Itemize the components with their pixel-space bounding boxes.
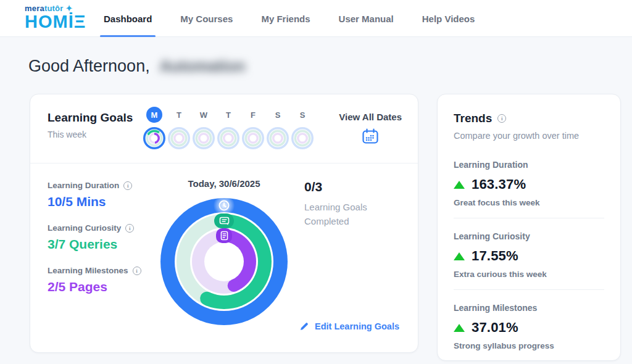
trend-learning-curiosity: Learning Curiosity 17.55% Extra curious … (454, 226, 604, 279)
stat-learning-curiosity: Learning Curiosity 3/7 Queries (48, 223, 165, 252)
goals-completed-summary: 0/3 Learning Goals Completed (304, 180, 397, 229)
stat-label: Learning Curiosity (48, 223, 121, 233)
trend-caption: Extra curious this week (454, 270, 604, 279)
info-icon[interactable] (133, 267, 141, 275)
trend-value: 17.55% (472, 248, 518, 264)
day-saturday[interactable]: S (266, 107, 289, 149)
stat-value: 10/5 Mins (48, 194, 165, 209)
week-day-selector: M T W T F S S (143, 107, 314, 149)
trends-title: Trends (454, 112, 492, 125)
day-progress-ring (143, 127, 165, 149)
today-date-label: Today, 30/6/2025 (159, 178, 289, 189)
learning-goals-card: Learning Goals This week M T W T F (30, 94, 418, 353)
goals-completed-value: 0/3 (304, 180, 397, 194)
tab-my-friends[interactable]: My Friends (261, 0, 310, 37)
info-icon[interactable] (125, 224, 134, 233)
goals-completed-caption: Learning Goals Completed (304, 200, 381, 229)
clock-icon (214, 195, 235, 216)
day-sunday[interactable]: S (291, 107, 314, 149)
progress-rings (160, 198, 288, 325)
trend-value-row: 163.37% (454, 176, 604, 192)
trends-title-row: Trends (454, 112, 604, 125)
stat-label-row: Learning Duration (48, 181, 165, 190)
stat-label-row: Learning Curiosity (48, 223, 165, 233)
edit-learning-goals-link[interactable]: Edit Learning Goals (299, 321, 399, 331)
stat-value: 2/5 Pages (48, 279, 165, 294)
goal-stats-list: Learning Duration 10/5 Mins Learning Cur… (48, 181, 165, 308)
trend-up-icon (454, 324, 465, 332)
day-progress-ring (193, 127, 215, 149)
trend-value-row: 37.01% (454, 320, 604, 336)
day-label: M (146, 107, 162, 123)
trend-up-icon (454, 252, 465, 260)
day-progress-ring (168, 127, 190, 149)
trend-value: 37.01% (472, 320, 518, 336)
day-progress-ring (267, 127, 289, 149)
trends-list: Learning Duration 163.37% Great focus th… (454, 154, 604, 350)
learning-goals-subtitle: This week (48, 130, 86, 139)
view-all-dates-label: View All Dates (339, 112, 402, 122)
stat-label-row: Learning Milestones (48, 266, 165, 275)
trend-label: Learning Milestones (454, 303, 604, 313)
trend-label: Learning Duration (454, 160, 604, 170)
trend-label: Learning Curiosity (454, 231, 604, 241)
trends-subtitle: Compare your growth over time (454, 131, 604, 141)
stat-label: Learning Milestones (48, 266, 128, 275)
brand-homie-text: HOMİΞ (25, 13, 86, 31)
stat-value: 3/7 Queries (48, 237, 165, 252)
stat-label: Learning Duration (48, 181, 119, 190)
day-label: T (220, 107, 236, 123)
daily-progress-chart: Today, 30/6/2025 (159, 178, 289, 325)
greeting-user-name-redacted: Automation (160, 57, 246, 75)
trend-caption: Great focus this week (454, 198, 604, 207)
day-progress-ring (242, 127, 264, 149)
day-monday[interactable]: M (143, 107, 166, 149)
chat-icon (214, 213, 234, 228)
trend-learning-milestones: Learning Milestones 37.01% Strong syllab… (454, 297, 604, 350)
greeting-heading: Good Afternoon, Automation (28, 57, 246, 76)
tab-dashboard[interactable]: Dashboard (104, 0, 152, 37)
document-icon (216, 228, 232, 243)
stat-learning-duration: Learning Duration 10/5 Mins (48, 181, 165, 209)
greeting-text: Good Afternoon, (28, 57, 150, 76)
divider (454, 289, 604, 290)
trend-caption: Strong syllabus progress (454, 341, 604, 350)
day-friday[interactable]: F (241, 107, 265, 149)
day-thursday[interactable]: T (217, 107, 240, 149)
brand-logo[interactable]: meratutôr✦ HOMİΞ (25, 4, 86, 31)
day-label: S (270, 107, 286, 123)
info-icon[interactable] (497, 114, 506, 123)
day-label: S (294, 107, 310, 123)
pencil-icon (299, 321, 309, 331)
trend-value-row: 17.55% (454, 248, 604, 264)
day-progress-ring (217, 127, 239, 149)
day-label: F (245, 107, 261, 123)
tab-user-manual[interactable]: User Manual (339, 0, 394, 37)
day-label: T (171, 107, 187, 123)
day-label: W (196, 107, 212, 123)
view-all-dates[interactable]: View All Dates (339, 112, 402, 147)
learning-goals-title: Learning Goals (48, 111, 133, 125)
top-navbar: meratutôr✦ HOMİΞ Dashboard My Courses My… (0, 0, 632, 37)
day-wednesday[interactable]: W (192, 107, 215, 149)
trend-learning-duration: Learning Duration 163.37% Great focus th… (454, 154, 604, 207)
main-nav: Dashboard My Courses My Friends User Man… (104, 0, 475, 37)
trends-card: Trends Compare your growth over time Lea… (437, 94, 621, 361)
info-icon[interactable] (123, 181, 132, 190)
trend-up-icon (454, 181, 465, 189)
day-progress-ring (291, 127, 314, 149)
stat-learning-milestones: Learning Milestones 2/5 Pages (48, 266, 165, 294)
tab-help-videos[interactable]: Help Videos (422, 0, 475, 37)
day-tuesday[interactable]: T (167, 107, 191, 149)
tab-my-courses[interactable]: My Courses (180, 0, 233, 37)
edit-learning-goals-label: Edit Learning Goals (315, 321, 399, 331)
learning-goals-header: Learning Goals This week M T W T F (30, 94, 418, 163)
calendar-icon[interactable] (361, 128, 380, 145)
divider (454, 218, 604, 218)
trend-value: 163.37% (472, 176, 526, 192)
